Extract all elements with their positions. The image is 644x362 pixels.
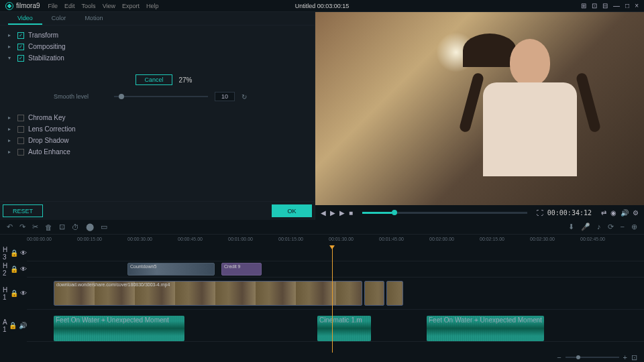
- autoenhance-checkbox[interactable]: [17, 149, 24, 156]
- reset-icon[interactable]: ↻: [241, 93, 247, 101]
- zoom-plus-icon[interactable]: ⊕: [631, 223, 637, 231]
- smooth-value-input[interactable]: [215, 92, 235, 101]
- snapshot-icon[interactable]: ⇄: [601, 209, 606, 217]
- chromakey-checkbox[interactable]: [17, 115, 24, 121]
- chevron-right-icon[interactable]: ▸: [8, 115, 13, 121]
- transform-checkbox[interactable]: [17, 32, 24, 39]
- playhead[interactable]: [332, 245, 333, 353]
- prop-transform[interactable]: ▸Transform: [8, 29, 307, 41]
- zoom-out-icon[interactable]: −: [557, 353, 561, 361]
- stabilization-panel: Cancel 27% Smooth level ↻: [21, 69, 307, 107]
- clip-video-2[interactable]: [364, 281, 384, 306]
- chevron-right-icon[interactable]: ▸: [8, 137, 13, 143]
- speaker-icon[interactable]: 🔊: [19, 322, 27, 329]
- track-h2[interactable]: H 2🔒👁 Countdown5 Credit 9: [27, 261, 644, 278]
- layout3-icon[interactable]: ⊟: [602, 2, 608, 9]
- color-icon[interactable]: ⬤: [86, 223, 94, 231]
- speed-icon[interactable]: ⏱: [72, 223, 79, 231]
- zoom-fit-icon[interactable]: ⊡: [631, 353, 637, 362]
- compositing-checkbox[interactable]: [17, 44, 24, 50]
- zoom-in-icon[interactable]: +: [623, 353, 627, 361]
- zoom-thumb[interactable]: [576, 355, 580, 359]
- layout-icon[interactable]: ⊞: [581, 2, 586, 9]
- eye-icon[interactable]: 👁: [20, 290, 27, 297]
- track-h3[interactable]: H 3🔒👁: [27, 245, 644, 261]
- close-icon[interactable]: ×: [635, 2, 639, 9]
- menu-file[interactable]: File: [48, 3, 58, 9]
- track-a1[interactable]: A 1🔒🔊 Feet On Water + Unexpected Moment …: [27, 310, 644, 342]
- render-icon[interactable]: ⟳: [608, 223, 614, 231]
- ok-button[interactable]: OK: [272, 204, 312, 217]
- eye-icon[interactable]: 👁: [20, 249, 27, 257]
- chevron-down-icon[interactable]: ▾: [8, 55, 13, 61]
- clip-audio-2[interactable]: Cinematic 1.m: [317, 316, 371, 341]
- menu-help[interactable]: Help: [146, 3, 159, 9]
- settings-icon[interactable]: ⚙: [633, 209, 639, 217]
- lock-icon[interactable]: 🔒: [9, 322, 17, 329]
- cancel-button[interactable]: Cancel: [136, 74, 172, 85]
- smooth-slider[interactable]: [114, 96, 208, 97]
- timeline-ruler[interactable]: 00:00:00.00 00:00:15.00 00:00:30.00 00:0…: [0, 235, 644, 245]
- slider-thumb[interactable]: [119, 94, 124, 99]
- lock-icon[interactable]: 🔒: [10, 290, 18, 297]
- marker-icon[interactable]: ⬇: [568, 223, 574, 231]
- mixer-icon[interactable]: ♪: [597, 223, 601, 231]
- menu-export[interactable]: Export: [122, 3, 140, 9]
- clip-audio-1[interactable]: Feet On Water + Unexpected Moment: [54, 316, 184, 341]
- playback-progress[interactable]: [362, 212, 527, 214]
- quality-icon[interactable]: ◉: [610, 209, 616, 217]
- next-icon[interactable]: ▶: [339, 209, 345, 217]
- menu-view[interactable]: View: [103, 3, 115, 9]
- prev-icon[interactable]: ◀: [321, 209, 326, 217]
- maximize-icon[interactable]: □: [625, 2, 629, 9]
- fullscreen-icon[interactable]: ⛶: [537, 209, 543, 217]
- prop-compositing[interactable]: ▸Compositing: [8, 41, 307, 52]
- minimize-icon[interactable]: —: [613, 2, 620, 9]
- prop-stabilization[interactable]: ▾Stabilization: [8, 52, 307, 64]
- lock-icon[interactable]: 🔒: [10, 249, 18, 257]
- menu-edit[interactable]: Edit: [64, 3, 75, 9]
- stabilization-checkbox[interactable]: [17, 55, 24, 62]
- stop-icon[interactable]: ■: [349, 209, 353, 217]
- prop-autoenhance[interactable]: ▸Auto Enhance: [8, 146, 307, 158]
- lens-checkbox[interactable]: [17, 126, 24, 133]
- clip-countdown[interactable]: Countdown5: [127, 263, 215, 275]
- clip-credit[interactable]: Credit 9: [221, 263, 262, 275]
- menu-tools[interactable]: Tools: [82, 3, 96, 9]
- prop-lens[interactable]: ▸Lens Correction: [8, 123, 307, 135]
- volume-icon[interactable]: 🔊: [621, 209, 629, 217]
- ruler-tick: 00:00:00.00: [27, 237, 52, 241]
- prop-dropshadow[interactable]: ▸Drop Shadow: [8, 135, 307, 146]
- cut-icon[interactable]: ✂: [32, 223, 38, 231]
- clip-audio-3[interactable]: Feet On Water + Unexpected Moment: [427, 316, 544, 341]
- clip-video-3[interactable]: [386, 281, 403, 306]
- crop-icon[interactable]: ⊡: [59, 223, 65, 231]
- layout2-icon[interactable]: ⊡: [592, 2, 597, 9]
- prop-chromakey[interactable]: ▸Chroma Key: [8, 112, 307, 123]
- undo-icon[interactable]: ↶: [7, 223, 13, 231]
- chevron-right-icon[interactable]: ▸: [8, 32, 13, 38]
- clip-main-video[interactable]: download.wondershare.com/cover180830/300…: [54, 281, 362, 306]
- track-h1[interactable]: H 1🔒👁 download.wondershare.com/cover1808…: [27, 278, 644, 310]
- lock-icon[interactable]: 🔒: [10, 265, 18, 273]
- track-header: H 2🔒👁: [0, 261, 27, 277]
- play-icon[interactable]: ▶: [330, 209, 335, 217]
- tab-motion[interactable]: Motion: [75, 12, 112, 25]
- zoom-minus-icon[interactable]: −: [621, 223, 625, 231]
- chevron-right-icon[interactable]: ▸: [8, 44, 13, 50]
- chevron-right-icon[interactable]: ▸: [8, 126, 13, 132]
- eye-icon[interactable]: 👁: [20, 265, 27, 273]
- mic-icon[interactable]: 🎤: [581, 223, 590, 231]
- tab-video[interactable]: Video: [8, 12, 42, 25]
- smooth-level-label: Smooth level: [54, 93, 107, 100]
- zoom-slider[interactable]: [566, 357, 619, 358]
- reset-button[interactable]: RESET: [3, 204, 43, 217]
- video-preview[interactable]: [315, 12, 644, 205]
- greenscreen-icon[interactable]: ▭: [101, 223, 107, 231]
- chevron-right-icon[interactable]: ▸: [8, 149, 13, 155]
- redo-icon[interactable]: ↷: [19, 223, 25, 231]
- progress-thumb[interactable]: [392, 210, 397, 215]
- tab-color[interactable]: Color: [42, 12, 76, 25]
- dropshadow-checkbox[interactable]: [17, 137, 24, 144]
- delete-icon[interactable]: 🗑: [45, 223, 52, 231]
